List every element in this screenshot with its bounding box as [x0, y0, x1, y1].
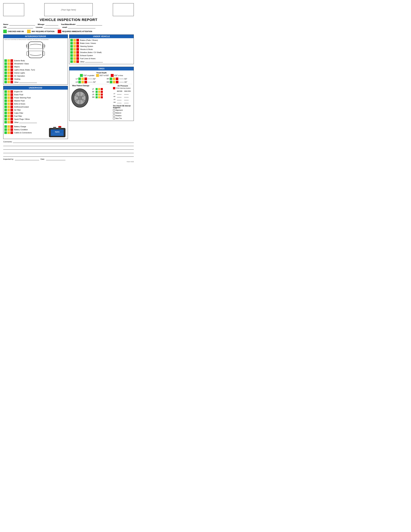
extra-line-2[interactable] [3, 147, 134, 150]
name-field[interactable] [9, 23, 35, 26]
rf-red[interactable] [116, 77, 118, 80]
check-red[interactable] [10, 90, 13, 93]
check-red[interactable] [76, 51, 79, 54]
check-yellow[interactable] [7, 93, 10, 96]
check-yellow[interactable] [7, 131, 10, 134]
alignment-checkbox[interactable] [113, 109, 115, 111]
check-red[interactable] [76, 39, 79, 41]
check-yellow[interactable] [73, 51, 76, 54]
check-red[interactable] [76, 57, 79, 60]
check-red[interactable] [76, 48, 79, 51]
check-red[interactable] [10, 68, 13, 71]
check-red[interactable] [10, 112, 13, 114]
check-green[interactable] [4, 59, 7, 62]
lf-oem[interactable] [124, 93, 129, 95]
check-yellow[interactable] [73, 39, 76, 41]
check-yellow[interactable] [7, 75, 10, 77]
check-green[interactable] [4, 66, 7, 68]
check-green[interactable] [70, 54, 73, 57]
rr-wear-red[interactable] [101, 96, 103, 98]
extra-line-3[interactable] [3, 151, 134, 153]
rr-before[interactable] [117, 101, 121, 103]
extra-line-4[interactable] [3, 154, 134, 157]
check-red[interactable] [10, 115, 13, 117]
lr-value[interactable] [87, 82, 92, 82]
check-red[interactable] [10, 128, 13, 131]
email-field[interactable] [68, 26, 95, 28]
check-green[interactable] [70, 48, 73, 51]
lr-green[interactable] [78, 81, 81, 83]
vin-field[interactable] [7, 26, 33, 28]
check-green[interactable] [4, 72, 7, 74]
check-yellow[interactable] [7, 96, 10, 99]
rf-yellow[interactable] [113, 77, 115, 80]
mileage-field[interactable] [46, 23, 58, 26]
rr-wear-green[interactable] [96, 96, 98, 98]
lf-wear-yellow[interactable] [98, 88, 100, 90]
check-red[interactable] [10, 103, 13, 105]
rf-before[interactable] [117, 95, 121, 97]
check-green[interactable] [4, 62, 7, 65]
lr-wear-green[interactable] [96, 94, 98, 95]
check-yellow[interactable] [7, 90, 10, 93]
check-yellow[interactable] [73, 48, 76, 51]
check-green[interactable] [4, 112, 7, 114]
check-yellow[interactable] [73, 57, 76, 60]
check-red[interactable] [10, 131, 13, 134]
check-yellow[interactable] [7, 72, 10, 74]
check-red[interactable] [10, 75, 13, 77]
check-green[interactable] [4, 128, 7, 131]
lf-yellow[interactable] [81, 77, 84, 80]
check-red[interactable] [10, 62, 13, 65]
lf-before[interactable] [117, 93, 121, 95]
check-red[interactable] [76, 42, 79, 45]
check-green[interactable] [4, 96, 7, 99]
check-yellow[interactable] [7, 59, 10, 62]
check-green[interactable] [4, 90, 7, 93]
check-yellow[interactable] [7, 109, 10, 111]
check-yellow[interactable] [73, 42, 76, 45]
check-yellow[interactable] [7, 78, 10, 80]
new-tire-checkbox[interactable] [113, 117, 115, 119]
rr-value[interactable] [119, 82, 124, 82]
check-green[interactable] [4, 93, 7, 96]
lr-red[interactable] [84, 81, 87, 83]
balance-checkbox[interactable] [113, 112, 115, 114]
check-red[interactable] [76, 60, 79, 63]
check-red[interactable] [10, 118, 13, 120]
check-red[interactable] [10, 72, 13, 74]
rf-wear-yellow[interactable] [98, 91, 100, 93]
check-yellow[interactable] [7, 105, 10, 108]
check-yellow[interactable] [73, 60, 76, 63]
check-red[interactable] [76, 45, 79, 48]
check-green[interactable] [70, 42, 73, 45]
rr-green[interactable] [110, 81, 112, 83]
check-red[interactable] [10, 105, 13, 108]
check-red[interactable] [10, 59, 13, 62]
check-green[interactable] [4, 115, 7, 117]
check-yellow[interactable] [7, 128, 10, 131]
check-yellow[interactable] [7, 62, 10, 65]
check-green[interactable] [70, 39, 73, 41]
rf-oem[interactable] [124, 95, 129, 97]
check-red[interactable] [10, 109, 13, 111]
check-green[interactable] [4, 125, 7, 128]
year-make-model-field[interactable] [76, 23, 102, 26]
check-yellow[interactable] [7, 68, 10, 71]
check-red[interactable] [10, 81, 13, 83]
check-green[interactable] [4, 78, 7, 80]
rf-green[interactable] [110, 77, 112, 80]
rf-wear-green[interactable] [96, 91, 98, 93]
check-red[interactable] [10, 78, 13, 80]
check-green[interactable] [4, 105, 7, 108]
check-green[interactable] [70, 45, 73, 48]
lf-wear-red[interactable] [101, 88, 103, 90]
check-green[interactable] [70, 60, 73, 63]
check-red[interactable] [10, 121, 13, 124]
check-green[interactable] [4, 81, 7, 83]
check-green[interactable] [4, 118, 7, 120]
check-green[interactable] [4, 75, 7, 77]
check-yellow[interactable] [7, 99, 10, 102]
check-yellow[interactable] [73, 45, 76, 48]
rr-oem[interactable] [124, 101, 129, 103]
